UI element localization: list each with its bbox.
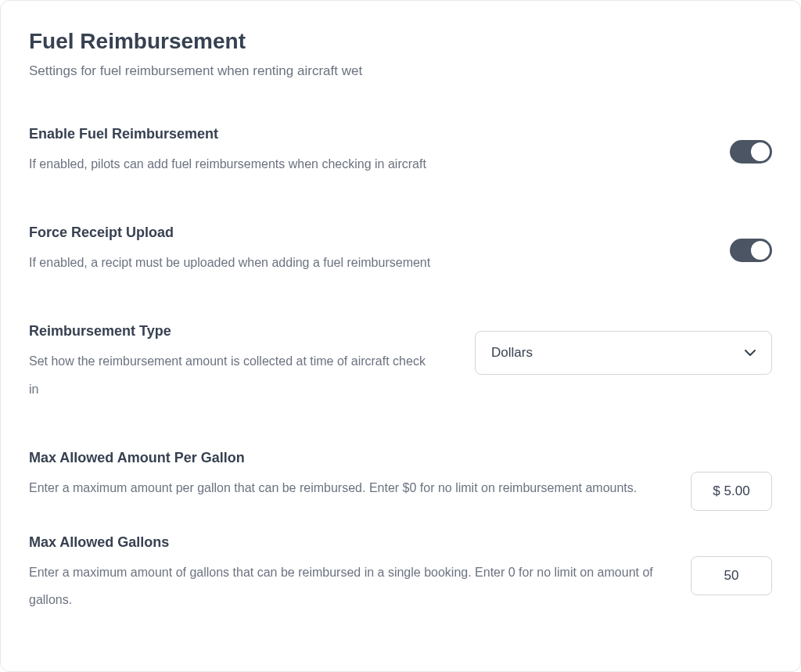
setting-text: Force Receipt Upload If enabled, a recip… (29, 225, 730, 276)
max-gallons-input[interactable]: 50 (691, 556, 772, 595)
toggle-knob (751, 241, 770, 260)
toggle-knob (751, 142, 770, 161)
setting-desc: Set how the reimbursement amount is coll… (29, 347, 428, 402)
reimbursement-type-select[interactable]: Dollars (475, 331, 772, 375)
setting-enable-fuel-reimbursement: Enable Fuel Reimbursement If enabled, pi… (29, 126, 772, 178)
setting-reimbursement-type: Reimbursement Type Set how the reimburse… (29, 323, 772, 402)
setting-text: Enable Fuel Reimbursement If enabled, pi… (29, 126, 730, 178)
setting-label: Enable Fuel Reimbursement (29, 126, 706, 142)
chevron-down-icon (745, 347, 756, 358)
setting-text: Reimbursement Type Set how the reimburse… (29, 323, 451, 402)
max-per-gallon-input[interactable]: $ 5.00 (691, 472, 772, 511)
setting-max-gallons: Max Allowed Gallons Enter a maximum amou… (29, 534, 772, 613)
setting-control: Dollars (475, 323, 772, 375)
setting-label: Force Receipt Upload (29, 225, 706, 241)
setting-desc: Enter a maximum amount of gallons that c… (29, 559, 655, 613)
setting-text: Max Allowed Gallons Enter a maximum amou… (29, 534, 678, 613)
setting-text: Max Allowed Amount Per Gallon Enter a ma… (29, 450, 678, 501)
page-title: Fuel Reimbursement (29, 29, 772, 54)
force-receipt-toggle[interactable] (730, 239, 772, 262)
settings-card: Fuel Reimbursement Settings for fuel rei… (0, 0, 801, 672)
setting-max-per-gallon: Max Allowed Amount Per Gallon Enter a ma… (29, 450, 772, 511)
page-subtitle: Settings for fuel reimbursement when ren… (29, 63, 772, 79)
setting-label: Max Allowed Amount Per Gallon (29, 450, 655, 466)
select-value: Dollars (491, 345, 533, 361)
setting-control (730, 126, 772, 164)
setting-control (730, 225, 772, 262)
setting-control: 50 (691, 534, 772, 595)
setting-desc: If enabled, a recipt must be uploaded wh… (29, 249, 706, 276)
setting-desc: Enter a maximum amount per gallon that c… (29, 474, 655, 501)
setting-label: Reimbursement Type (29, 323, 428, 340)
setting-label: Max Allowed Gallons (29, 534, 655, 551)
enable-toggle[interactable] (730, 140, 772, 164)
setting-desc: If enabled, pilots can add fuel reimburs… (29, 150, 706, 178)
setting-control: $ 5.00 (691, 450, 772, 511)
setting-force-receipt-upload: Force Receipt Upload If enabled, a recip… (29, 225, 772, 276)
